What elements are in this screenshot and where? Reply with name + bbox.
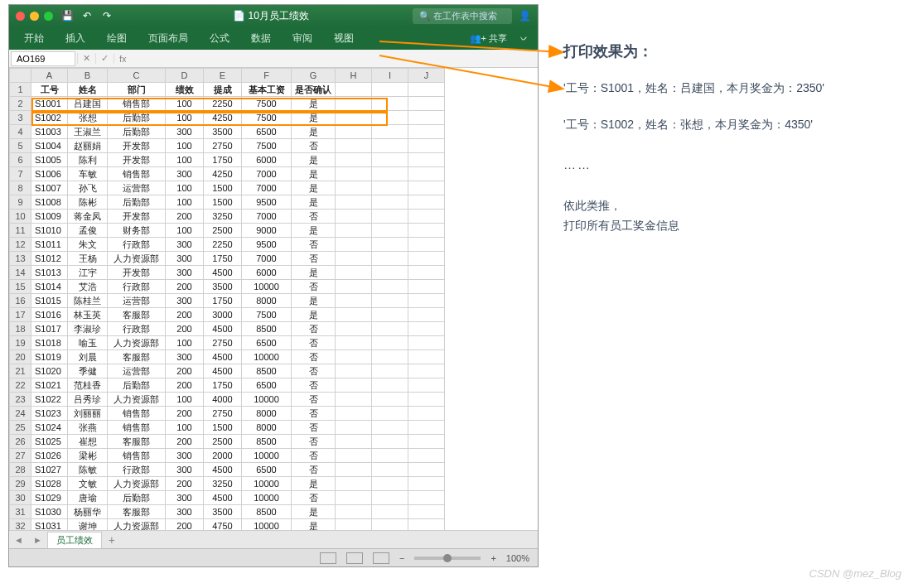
header-cell[interactable]: 是否确认 (292, 83, 336, 97)
cell[interactable]: 4500 (204, 266, 242, 280)
sheet-area[interactable]: ABCDEFGHIJ1工号姓名部门绩效提成基本工资是否确认2S1001吕建国销售… (9, 68, 538, 530)
row-header[interactable]: 25 (10, 421, 31, 435)
row-header[interactable]: 4 (10, 125, 31, 139)
cell[interactable]: 200 (166, 378, 204, 393)
cell[interactable]: 是 (292, 111, 336, 125)
cell[interactable]: 人力资源部 (108, 336, 166, 350)
col-header[interactable]: I (372, 69, 408, 83)
cell[interactable]: 开发部 (108, 153, 166, 167)
tab-view[interactable]: 视图 (324, 28, 364, 49)
row-header[interactable]: 27 (10, 449, 31, 463)
cell[interactable]: 陈彬 (68, 195, 108, 210)
cell[interactable]: 10000 (242, 491, 292, 505)
cell[interactable]: 刘丽丽 (68, 407, 108, 421)
tab-layout[interactable]: 页面布局 (138, 28, 198, 49)
cell[interactable]: 8500 (242, 435, 292, 449)
cell[interactable]: 200 (166, 407, 204, 421)
cell[interactable]: 车敏 (68, 167, 108, 181)
col-header[interactable]: F (242, 69, 292, 83)
cell[interactable]: 客服部 (108, 350, 166, 364)
cell[interactable]: 300 (166, 463, 204, 477)
redo-icon[interactable]: ↷ (101, 10, 113, 22)
row-header[interactable]: 26 (10, 435, 31, 449)
cell[interactable]: 客服部 (108, 308, 166, 322)
cell[interactable]: 300 (166, 167, 204, 181)
cell[interactable]: 否 (292, 139, 336, 153)
cell[interactable]: S1031 (31, 519, 68, 531)
cell[interactable]: 孟俊 (68, 224, 108, 238)
cell[interactable]: S1026 (31, 449, 68, 463)
header-cell[interactable]: 工号 (31, 83, 68, 97)
cell[interactable]: 100 (166, 195, 204, 210)
cell[interactable]: 销售部 (108, 407, 166, 421)
row-header[interactable]: 29 (10, 477, 31, 491)
cell[interactable]: 6500 (242, 336, 292, 350)
cell[interactable]: 是 (292, 308, 336, 322)
cell[interactable]: 8000 (242, 294, 292, 308)
cell[interactable]: 是 (292, 181, 336, 195)
cell[interactable]: 赵丽娟 (68, 139, 108, 153)
cell[interactable]: 8500 (242, 364, 292, 378)
spreadsheet-grid[interactable]: ABCDEFGHIJ1工号姓名部门绩效提成基本工资是否确认2S1001吕建国销售… (9, 68, 445, 530)
cell[interactable]: 后勤部 (108, 125, 166, 139)
cell[interactable]: 人力资源部 (108, 393, 166, 407)
cell[interactable]: S1023 (31, 407, 68, 421)
cell[interactable]: S1009 (31, 210, 68, 224)
row-header[interactable]: 5 (10, 139, 31, 153)
cell[interactable]: 6500 (242, 378, 292, 393)
cell[interactable]: 人力资源部 (108, 477, 166, 491)
cell[interactable]: 是 (292, 125, 336, 139)
cell[interactable]: S1005 (31, 153, 68, 167)
cell[interactable]: 是 (292, 505, 336, 519)
row-header[interactable]: 24 (10, 407, 31, 421)
cell[interactable]: 7000 (242, 167, 292, 181)
cell[interactable]: S1020 (31, 364, 68, 378)
cell[interactable]: 2000 (204, 449, 242, 463)
cell[interactable]: 300 (166, 350, 204, 364)
col-header[interactable]: E (204, 69, 242, 83)
cell[interactable]: 朱文 (68, 238, 108, 252)
cell[interactable]: 是 (292, 294, 336, 308)
cell[interactable]: 300 (166, 252, 204, 266)
maximize-icon[interactable] (44, 12, 53, 21)
cell[interactable]: 行政部 (108, 322, 166, 336)
cell[interactable]: 1500 (204, 421, 242, 435)
cell[interactable]: S1019 (31, 350, 68, 364)
cell[interactable]: 客服部 (108, 435, 166, 449)
cell[interactable]: 1750 (204, 294, 242, 308)
cell[interactable]: 300 (166, 266, 204, 280)
cell[interactable]: 200 (166, 308, 204, 322)
search-input[interactable]: 🔍 在工作表中搜索 (413, 8, 512, 24)
cell[interactable]: 开发部 (108, 266, 166, 280)
cell[interactable]: 4500 (204, 322, 242, 336)
cell[interactable]: 杨丽华 (68, 505, 108, 519)
cell[interactable]: S1016 (31, 308, 68, 322)
cell[interactable]: S1002 (31, 111, 68, 125)
cell[interactable]: 300 (166, 238, 204, 252)
cell[interactable]: 8500 (242, 322, 292, 336)
row-header[interactable]: 16 (10, 294, 31, 308)
cell[interactable]: 6000 (242, 266, 292, 280)
minimize-icon[interactable] (30, 12, 39, 21)
cell[interactable]: S1027 (31, 463, 68, 477)
row-header[interactable]: 2 (10, 97, 31, 111)
cell[interactable]: 10000 (242, 393, 292, 407)
confirm-icon[interactable]: ✓ (95, 53, 114, 64)
cell[interactable]: 是 (292, 153, 336, 167)
cell[interactable]: 4500 (204, 491, 242, 505)
cell[interactable]: 文敏 (68, 477, 108, 491)
cell[interactable]: 4250 (204, 111, 242, 125)
cell[interactable]: 10000 (242, 477, 292, 491)
cell[interactable]: 3500 (204, 505, 242, 519)
cell[interactable]: 销售部 (108, 421, 166, 435)
cell[interactable]: 8500 (242, 505, 292, 519)
cell[interactable]: 谢坤 (68, 519, 108, 531)
cell[interactable]: 否 (292, 378, 336, 393)
zoom-out-button[interactable]: − (399, 553, 404, 563)
tab-review[interactable]: 审阅 (283, 28, 322, 49)
close-icon[interactable] (16, 12, 25, 21)
cell[interactable]: 李淑珍 (68, 322, 108, 336)
cell[interactable]: S1011 (31, 238, 68, 252)
cell[interactable]: 10000 (242, 350, 292, 364)
row-header[interactable]: 32 (10, 519, 31, 531)
